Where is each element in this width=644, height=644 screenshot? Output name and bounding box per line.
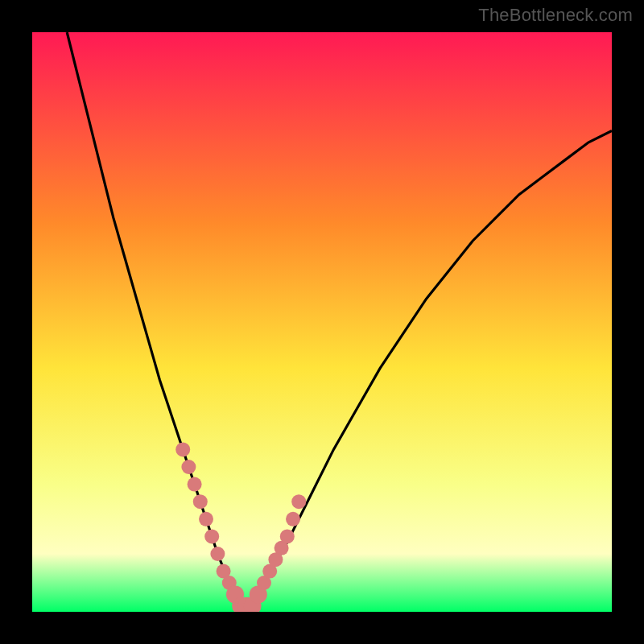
marker-dot <box>280 529 295 543</box>
plot-svg <box>32 32 612 612</box>
marker-dot <box>193 494 208 509</box>
marker-dot <box>199 512 213 526</box>
marker-dot <box>188 477 202 492</box>
marker-dot <box>181 460 196 474</box>
watermark-text: TheBottleneck.com <box>478 5 633 26</box>
plot-area <box>32 32 612 612</box>
marker-dot <box>286 512 300 526</box>
marker-dot <box>210 547 225 561</box>
marker-dot <box>204 529 219 543</box>
chart-frame: TheBottleneck.com <box>0 0 644 644</box>
marker-dot <box>291 494 306 509</box>
gradient-background <box>32 32 612 612</box>
marker-dot <box>175 442 190 456</box>
